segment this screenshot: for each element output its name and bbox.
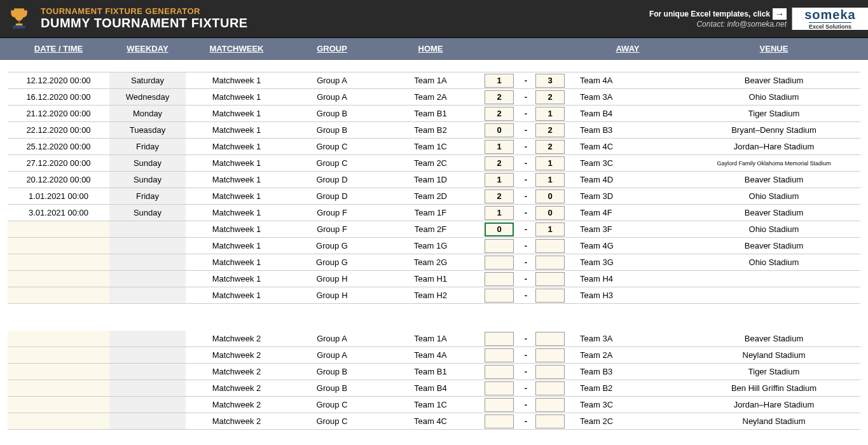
cell-weekday[interactable]: Sunday [109,155,186,171]
cell-away[interactable]: Team B4 [567,109,688,118]
cell-home[interactable]: Team 2C [376,158,485,168]
cell-away[interactable]: Team 4C [567,142,688,151]
cell-matchweek[interactable]: Matchweek 1 [186,241,287,250]
cell-weekday[interactable]: Wednesday [109,89,186,105]
cell-home[interactable]: Team B4 [376,383,485,393]
cell-date[interactable]: 3.01.2021 00:00 [8,208,109,217]
cell-weekday[interactable] [109,347,186,363]
cell-group[interactable]: Group C [287,158,376,168]
cell-venue[interactable]: Jordan–Hare Stadium [688,400,860,409]
cell-away[interactable]: Team 3G [567,257,688,267]
cell-group[interactable]: Group A [287,334,376,343]
cell-home[interactable]: Team 2D [376,191,485,201]
home-score-input[interactable] [485,272,514,286]
cell-home[interactable]: Team 2A [376,92,485,102]
home-score-input[interactable]: 2 [485,156,514,170]
away-score-input[interactable] [535,398,565,412]
cell-venue[interactable]: Jordan–Hare Stadium [688,142,860,151]
cell-group[interactable]: Group A [287,350,376,360]
cell-home[interactable]: Team H1 [376,274,485,284]
cell-weekday[interactable] [109,397,186,413]
cell-weekday[interactable] [109,254,186,270]
away-score-input[interactable]: 1 [535,156,565,170]
cell-home[interactable]: Team 1A [376,334,485,343]
cell-date[interactable] [8,397,109,413]
cell-date[interactable]: 27.12.2020 00:00 [8,158,109,168]
cell-weekday[interactable]: Monday [109,106,186,121]
home-score-input[interactable] [485,381,514,395]
home-score-input[interactable]: 2 [485,107,514,121]
cell-group[interactable]: Group F [287,224,376,234]
cell-date[interactable]: 22.12.2020 00:00 [8,125,109,135]
cell-weekday[interactable]: Sunday [109,172,186,188]
cell-matchweek[interactable]: Matchweek 1 [186,175,287,184]
cell-weekday[interactable] [109,380,186,396]
cell-date[interactable] [8,287,109,303]
cell-matchweek[interactable]: Matchweek 1 [186,257,287,267]
cell-home[interactable]: Team 4A [376,350,485,360]
cell-date[interactable] [8,254,109,270]
home-score-input[interactable] [485,348,514,362]
home-score-input[interactable]: 1 [485,140,514,154]
cell-venue[interactable]: Bryant–Denny Stadium [688,125,860,135]
cell-venue[interactable]: Beaver Stadium [688,208,860,217]
cell-venue[interactable]: Beaver Stadium [688,334,860,343]
cell-home[interactable]: Team 2G [376,257,485,267]
cell-home[interactable]: Team B2 [376,125,485,135]
cell-weekday[interactable] [109,413,186,429]
home-score-input[interactable]: 0 [485,123,514,137]
home-score-input[interactable] [485,414,514,428]
col-group[interactable]: GROUP [287,44,376,53]
cell-home[interactable]: Team 1C [376,142,485,151]
cell-home[interactable]: Team 2F [376,224,485,234]
cell-group[interactable]: Group C [287,142,376,151]
cell-date[interactable]: 21.12.2020 00:00 [8,109,109,118]
cell-venue[interactable]: Gaylord Family Oklahoma Memorial Stadium [688,160,860,167]
cell-venue[interactable]: Ohio Stadium [688,92,860,102]
cell-weekday[interactable] [109,287,186,303]
cell-away[interactable]: Team H3 [567,291,688,300]
away-score-input[interactable] [535,365,565,379]
home-score-input[interactable] [485,256,514,270]
cell-venue[interactable]: Ohio Stadium [688,257,860,267]
cell-venue[interactable]: Tiger Stadium [688,109,860,118]
cell-date[interactable] [8,271,109,287]
cell-home[interactable]: Team 1A [376,76,485,85]
someka-logo[interactable]: someka Excel Solutions [792,8,868,30]
cell-weekday[interactable] [109,271,186,287]
cell-away[interactable]: Team 4F [567,208,688,217]
away-score-input[interactable] [535,239,565,253]
away-score-input[interactable] [535,381,565,395]
cell-group[interactable]: Group B [287,125,376,135]
home-score-input[interactable]: 1 [485,173,514,187]
cell-away[interactable]: Team H4 [567,274,688,284]
cell-away[interactable]: Team 3D [567,191,688,201]
cell-matchweek[interactable]: Matchweek 2 [186,383,287,393]
home-score-input[interactable] [485,289,514,303]
cell-matchweek[interactable]: Matchweek 2 [186,334,287,343]
cell-home[interactable]: Team 1D [376,175,485,184]
col-date[interactable]: DATE / TIME [8,44,109,53]
cell-matchweek[interactable]: Matchweek 1 [186,224,287,234]
home-score-input[interactable] [485,332,514,346]
cell-date[interactable]: 16.12.2020 00:00 [8,92,109,102]
cell-group[interactable]: Group G [287,241,376,250]
cell-matchweek[interactable]: Matchweek 2 [186,367,287,376]
cell-date[interactable] [8,347,109,363]
cell-matchweek[interactable]: Matchweek 2 [186,416,287,426]
cell-venue[interactable]: Ohio Stadium [688,191,860,201]
cell-away[interactable]: Team 3F [567,224,688,234]
cell-matchweek[interactable]: Matchweek 1 [186,125,287,135]
home-score-input[interactable] [485,365,514,379]
home-score-input[interactable]: 1 [485,206,514,220]
cell-matchweek[interactable]: Matchweek 1 [186,92,287,102]
away-score-input[interactable] [535,332,565,346]
cell-date[interactable] [8,221,109,237]
cell-away[interactable]: Team 4A [567,76,688,85]
cell-venue[interactable]: Tiger Stadium [688,367,860,376]
cell-group[interactable]: Group B [287,383,376,393]
cell-weekday[interactable]: Friday [109,139,186,154]
cell-group[interactable]: Group D [287,191,376,201]
home-score-input[interactable]: 2 [485,90,514,104]
cell-group[interactable]: Group H [287,274,376,284]
